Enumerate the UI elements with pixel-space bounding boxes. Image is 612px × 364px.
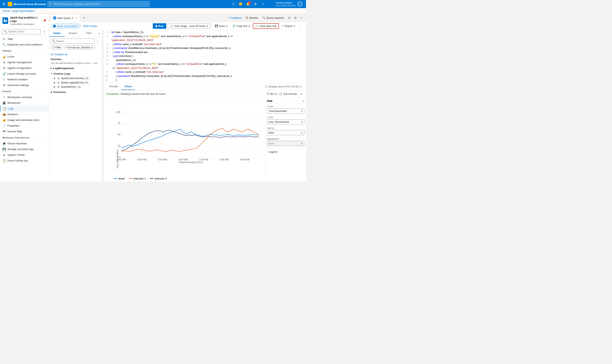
functions-header[interactable]: ▶ Functions bbox=[49, 90, 102, 94]
hamburger-menu[interactable]: ☰ bbox=[2, 1, 6, 7]
chevron-down-icon-btn[interactable]: ∨ bbox=[299, 15, 304, 21]
sidebar-search-inner[interactable]: 🔍 bbox=[2, 29, 41, 34]
expand-results-button[interactable]: ∨ bbox=[299, 91, 304, 96]
sidebar-item-linked-storage[interactable]: 🔗 Linked storage accounts bbox=[0, 71, 49, 77]
tab-results[interactable]: Results bbox=[106, 83, 121, 90]
tab-queries[interactable]: Queries bbox=[65, 30, 81, 37]
table-item-spark-listener[interactable]: ▶ ⊞ SparkListenerEvent_CL bbox=[49, 76, 102, 80]
tab-tables[interactable]: Tables bbox=[49, 30, 65, 37]
settings-button[interactable]: ⚙ bbox=[252, 1, 259, 7]
svg-rect-0 bbox=[4, 19, 5, 22]
sidebar-item-diagnose[interactable]: 🔧 Diagnose and solve problems bbox=[0, 42, 49, 48]
display-time-chevron-icon: ∨ bbox=[300, 85, 302, 88]
sidebar-item-system-center[interactable]: 🖥 System Center bbox=[0, 152, 49, 158]
add-tab-button[interactable]: + bbox=[81, 15, 86, 21]
custom-logs-header[interactable]: ▼ Custom Logs bbox=[49, 71, 102, 76]
sidebar-item-locks[interactable]: 🔒 Locks bbox=[0, 54, 49, 60]
sidebar-item-workspace-summary[interactable]: ≡ Workspace summary bbox=[0, 94, 49, 100]
query-explorer-button[interactable]: 🔍 Query explorer bbox=[261, 15, 286, 20]
resource-logo bbox=[2, 17, 8, 24]
run-button[interactable]: ▶ Run bbox=[153, 23, 166, 29]
sidebar-item-network-isolation[interactable]: 🛡 Network Isolation bbox=[0, 77, 49, 82]
display-time-button[interactable]: 🕐 Display time (UTC+00:00) ∨ bbox=[263, 84, 304, 89]
solutions-icon: 📦 bbox=[2, 113, 6, 116]
new-alert-button[interactable]: + + New alert rule bbox=[253, 23, 279, 29]
feedback-button[interactable]: ♡ Feedback bbox=[225, 15, 243, 20]
sidebar-item-label: Agents configuration bbox=[7, 66, 32, 69]
sidebar-item-workbooks[interactable]: 📓 Workbooks bbox=[0, 100, 49, 106]
logs-toolbar: spark-log-analytics Select scope ▶ Run 🕐… bbox=[49, 22, 306, 30]
sidebar-item-service-map[interactable]: 🗺 Service Map bbox=[0, 129, 49, 134]
groupby-button[interactable]: ≡ Group by: Solution ∨ bbox=[64, 45, 95, 50]
table-item-spark-metrics[interactable]: ▶ ⊞ SparkMetrics_CL bbox=[49, 85, 102, 89]
sidebar-search-input[interactable] bbox=[8, 30, 39, 33]
select-scope-button[interactable]: Select scope bbox=[82, 24, 98, 28]
sidebar-item-tags[interactable]: 🏷 Tags bbox=[0, 36, 49, 42]
sidebar-item-virtual-machines[interactable]: 💻 Virtual machines bbox=[0, 141, 49, 146]
svg-text:4:00 PM: 4:00 PM bbox=[137, 158, 146, 161]
sidebar-item-storage-logs[interactable]: 💾 Storage accounts logs bbox=[0, 146, 49, 152]
breadcrumb-home[interactable]: Home bbox=[3, 9, 10, 13]
filter-button[interactable]: ▽ Filter bbox=[51, 45, 63, 50]
feedback-top-button[interactable]: 😊 bbox=[238, 1, 244, 7]
log-management-header[interactable]: ▶ LogManagement bbox=[49, 66, 102, 71]
global-search-bar[interactable]: 🔍 bbox=[48, 1, 149, 7]
sidebar-item-properties[interactable]: 📄 Properties bbox=[0, 123, 49, 129]
settings-icon-btn[interactable]: ⚙ bbox=[286, 15, 292, 21]
sidebar-item-agents-mgmt[interactable]: ⚙ Agents management bbox=[0, 60, 49, 65]
alert-icon: + bbox=[255, 25, 257, 27]
save-chevron-icon: ∨ bbox=[226, 25, 228, 27]
link-icon: 🔗 bbox=[232, 25, 236, 27]
global-search-input[interactable] bbox=[53, 3, 148, 5]
favorites-title: Favorites bbox=[51, 58, 100, 61]
split-by-select[interactable]: label ∨ bbox=[267, 130, 304, 135]
tab-filter[interactable]: Filter bbox=[81, 30, 97, 37]
data-expand-icon[interactable]: » bbox=[303, 99, 304, 103]
locks-icon: 🔒 bbox=[2, 55, 6, 58]
y-axis-select[interactable]: max_ResultValue ∨ bbox=[267, 119, 304, 124]
executor2-legend-label: executor 2 bbox=[154, 177, 167, 180]
legend-toggle[interactable]: › Legend bbox=[267, 150, 304, 153]
svg-text:7:00 PM: 7:00 PM bbox=[199, 158, 208, 161]
properties-icon: 📄 bbox=[2, 124, 6, 128]
sidebar-collapse-button[interactable]: « bbox=[42, 29, 47, 34]
breadcrumb-resource[interactable]: spark-log-analytics bbox=[13, 9, 34, 13]
notifications-button[interactable]: 🔔 7 bbox=[245, 1, 251, 7]
time-range-button[interactable]: 🕐 Time range : Last 24 hours ∨ bbox=[168, 24, 211, 28]
save-button[interactable]: 💾 Save ∨ bbox=[213, 24, 229, 28]
collapse-all-button[interactable]: ⊟ Collapse all bbox=[49, 52, 102, 57]
more-button[interactable]: ... bbox=[298, 24, 304, 28]
sidebar-item-solutions[interactable]: 📦 Solutions bbox=[0, 112, 49, 117]
account-area[interactable]: Account Name Azure Active Directory 👤 bbox=[274, 1, 304, 7]
pin-button[interactable]: 📌 bbox=[43, 19, 46, 22]
azure-logo: ⚡ bbox=[8, 2, 12, 6]
panel-resizer[interactable]: ⋮ bbox=[102, 30, 104, 182]
tab-chart[interactable]: Chart bbox=[121, 83, 135, 90]
sidebar-title-area: spark-log-analytics | Logs Log Analytics… bbox=[10, 16, 41, 25]
close-tab-button[interactable]: × bbox=[76, 16, 77, 19]
code-editor[interactable]: 1 let Data = SparkMetrics_CL 2 | where w… bbox=[104, 30, 306, 83]
tables-search-inner[interactable]: 🔍 bbox=[51, 39, 94, 44]
tables-search-input[interactable] bbox=[56, 40, 93, 43]
cloud-shell-button[interactable]: ⬡ bbox=[230, 1, 237, 7]
layout-icon-btn[interactable]: ⊞ bbox=[293, 15, 298, 21]
collapse-panel-button[interactable]: « bbox=[97, 31, 102, 36]
sidebar-item-agents-config[interactable]: ⚙ Agents configuration bbox=[0, 65, 49, 71]
directory-button[interactable]: 👤 bbox=[267, 1, 273, 7]
query-tab-1[interactable]: q New Query 1* × bbox=[51, 14, 80, 22]
sidebar-item-advanced-settings[interactable]: ⚙ Advanced settings bbox=[0, 82, 49, 88]
copy-link-button[interactable]: 🔗 Copy link ∨ bbox=[231, 24, 252, 28]
favorites-section: Favorites You can add favorites by click… bbox=[49, 57, 102, 66]
toolbar-separator-1 bbox=[212, 24, 212, 28]
table-item-spark-logging[interactable]: ▶ ⊞ SparkLoggingEvent_CL bbox=[49, 80, 102, 85]
x-axis-select[interactable]: TimeGenerated ∨ bbox=[267, 108, 304, 114]
help-button[interactable]: ? bbox=[259, 1, 266, 7]
tables-search-menu[interactable]: ⋮ bbox=[95, 39, 100, 44]
table-item-label: SparkMetrics_CL bbox=[61, 85, 81, 88]
sidebar-item-logs[interactable]: 📋 Logs bbox=[0, 106, 49, 112]
export-button[interactable]: ↗ Export ∨ bbox=[280, 24, 297, 28]
queries-button[interactable]: ☰ Queries bbox=[244, 15, 260, 20]
sidebar-item-activity-log[interactable]: 📋 Azure Activity log bbox=[0, 158, 49, 164]
code-line-1: 1 let Data = SparkMetrics_CL bbox=[104, 30, 306, 34]
sidebar-item-usage-costs[interactable]: 💰 Usage and estimated costs bbox=[0, 117, 49, 123]
